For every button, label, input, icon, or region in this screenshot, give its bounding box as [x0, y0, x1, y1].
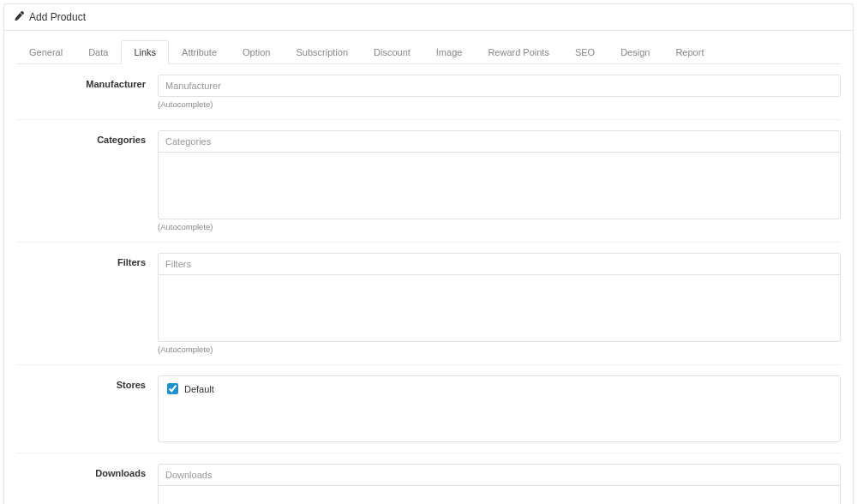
filters-input[interactable] — [158, 253, 841, 275]
store-default-checkbox[interactable] — [167, 383, 178, 394]
tab-design[interactable]: Design — [608, 40, 662, 64]
pencil-icon — [15, 11, 24, 23]
label-categories: Categories — [16, 130, 158, 231]
tab-image[interactable]: Image — [423, 40, 476, 64]
label-filters: Filters — [16, 253, 158, 354]
panel-body: General Data Links Attribute Option Subs… — [4, 31, 853, 504]
filters-selected-well[interactable] — [158, 275, 841, 342]
tab-general[interactable]: General — [16, 40, 75, 64]
categories-helper: (Autocomplete) — [158, 222, 841, 231]
downloads-selected-well[interactable] — [158, 486, 841, 504]
filters-helper: (Autocomplete) — [158, 345, 841, 354]
store-option-default[interactable]: Default — [167, 383, 831, 394]
label-manufacturer: Manufacturer — [16, 75, 158, 109]
downloads-input[interactable] — [158, 464, 841, 486]
tab-reward-points[interactable]: Reward Points — [475, 40, 562, 64]
manufacturer-helper: (Autocomplete) — [158, 99, 841, 109]
stores-box: Default — [158, 375, 841, 442]
tab-links[interactable]: Links — [121, 40, 169, 64]
tab-option[interactable]: Option — [230, 40, 283, 64]
row-downloads: Downloads (Autocomplete) — [16, 453, 841, 504]
row-categories: Categories (Autocomplete) — [16, 119, 841, 242]
tab-attribute[interactable]: Attribute — [169, 40, 230, 64]
tab-data[interactable]: Data — [75, 40, 121, 64]
label-stores: Stores — [16, 375, 158, 442]
tab-seo[interactable]: SEO — [562, 40, 608, 64]
tab-discount[interactable]: Discount — [361, 40, 423, 64]
store-default-label: Default — [184, 384, 214, 394]
page-title: Add Product — [29, 11, 86, 23]
panel-header: Add Product — [4, 4, 853, 31]
add-product-panel: Add Product General Data Links Attribute… — [3, 3, 854, 504]
tab-report[interactable]: Report — [662, 40, 716, 64]
tabs-nav: General Data Links Attribute Option Subs… — [16, 39, 841, 64]
manufacturer-input[interactable] — [158, 75, 841, 97]
label-downloads: Downloads — [16, 464, 158, 504]
categories-selected-well[interactable] — [158, 153, 841, 219]
row-manufacturer: Manufacturer (Autocomplete) — [16, 64, 841, 119]
tab-subscription[interactable]: Subscription — [283, 40, 361, 64]
row-filters: Filters (Autocomplete) — [16, 242, 841, 364]
row-stores: Stores Default — [16, 364, 841, 453]
categories-input[interactable] — [158, 130, 841, 153]
